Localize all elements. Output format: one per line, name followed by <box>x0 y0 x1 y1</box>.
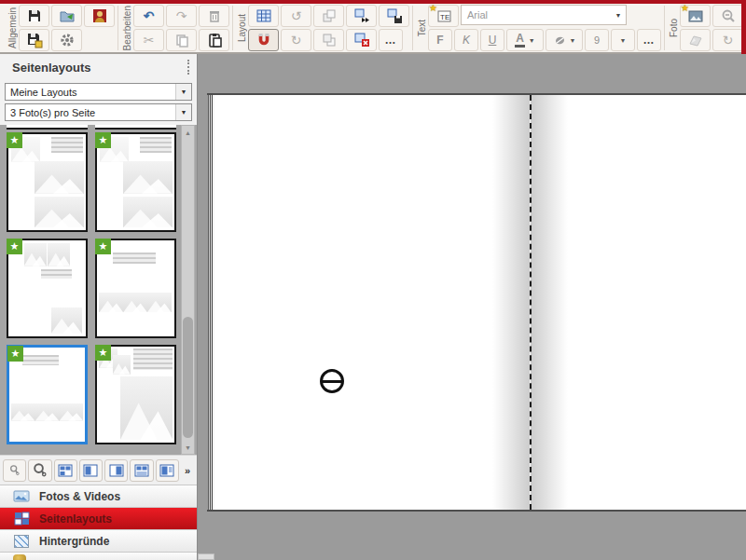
remove-layout-button[interactable] <box>346 29 377 51</box>
window-accent-bar <box>0 0 746 4</box>
save-as-button[interactable] <box>19 29 49 51</box>
photos-icon <box>13 488 30 504</box>
magnifier-minus-icon <box>720 7 737 24</box>
underline-button[interactable]: U <box>480 29 504 51</box>
panel-grip-handle[interactable] <box>187 60 189 75</box>
page-spread[interactable] <box>207 93 746 512</box>
bold-button[interactable]: F <box>428 29 452 51</box>
chevron-down-icon: ▼ <box>175 104 191 120</box>
photos-per-page-select[interactable]: 3 Foto(s) pro Seite ▼ <box>5 103 192 121</box>
add-text-button[interactable]: ★ TE <box>428 5 459 27</box>
group-label-text: Text <box>417 20 427 36</box>
layout-delete-icon <box>353 32 370 48</box>
add-photo-button[interactable]: ★ <box>680 5 711 27</box>
font-family-select[interactable]: Arial ▼ <box>461 5 627 25</box>
apply-layout-next-button[interactable] <box>346 5 377 27</box>
font-color-button[interactable]: A ▼ <box>506 29 544 51</box>
scrollbar-thumb[interactable] <box>183 317 193 438</box>
italic-button[interactable]: K <box>454 29 478 51</box>
nav-item-fotos-videos[interactable]: Fotos & Videos <box>0 485 197 507</box>
layout-more-button[interactable]: … <box>379 29 403 51</box>
layout-thumbnail[interactable]: ★ <box>95 132 176 232</box>
bring-forward-icon <box>321 7 338 24</box>
tilt-photo-icon <box>687 32 704 48</box>
filter-layout-type-1-button[interactable] <box>54 459 77 482</box>
zoom-out-photo-button[interactable] <box>712 5 743 27</box>
text-more-button[interactable]: … <box>637 29 661 51</box>
rotate-cw-icon: ↻ <box>723 34 734 47</box>
filter-layout-type-2-button[interactable] <box>79 459 103 482</box>
page-stack-edge <box>207 95 214 510</box>
bring-forward-button[interactable] <box>313 5 344 27</box>
account-button[interactable] <box>84 5 115 27</box>
image-placeholder <box>24 243 47 266</box>
undo-button[interactable]: ↶ <box>133 5 164 27</box>
font-size-value[interactable]: 9 <box>585 29 609 51</box>
layout-type-4-icon <box>134 464 149 477</box>
book-canvas[interactable] <box>198 54 746 560</box>
layout-row: ★★ <box>7 345 176 444</box>
layout-row: ★★ <box>7 239 176 338</box>
nav-item-seitenlayouts[interactable]: Seitenlayouts <box>0 507 197 529</box>
favorite-star-badge: ★ <box>7 132 22 148</box>
filter-layout-type-4-button[interactable] <box>130 459 153 482</box>
redo-button[interactable]: ↷ <box>166 5 197 27</box>
large-thumbnails-button[interactable] <box>28 459 51 482</box>
send-backward-button[interactable] <box>313 29 344 51</box>
rotate-ccw-button[interactable]: ↺ <box>281 5 311 27</box>
cut-button[interactable]: ✂ <box>133 29 164 51</box>
image-placeholder <box>48 243 70 266</box>
photo-icon <box>687 7 704 24</box>
save-layout-button[interactable] <box>379 5 409 27</box>
layouts-scrollbar[interactable]: ▲ ▼ <box>181 125 195 455</box>
text-placeholder <box>113 253 156 263</box>
gear-icon <box>59 32 76 48</box>
favorite-star-badge: ★ <box>7 346 23 362</box>
save-button[interactable] <box>19 5 49 27</box>
grid-button[interactable] <box>248 5 279 27</box>
nav-item-hintergruende[interactable]: Hintergründe <box>0 529 197 552</box>
text-fill-button[interactable]: ▼ <box>546 29 583 51</box>
layout-thumbnail[interactable]: ★ <box>7 345 88 444</box>
image-placeholder <box>123 197 172 227</box>
text-placeholder <box>41 269 72 279</box>
nav-item-partial[interactable] <box>0 552 197 560</box>
image-placeholder <box>11 403 35 421</box>
cliparts-icon <box>13 554 26 560</box>
magnet-icon <box>256 32 272 48</box>
text-frame-icon: TE <box>435 7 452 24</box>
copy-button[interactable] <box>166 29 197 51</box>
small-thumbnails-button[interactable] <box>3 459 26 482</box>
redo-icon: ↷ <box>176 9 187 22</box>
toolbar-group-layout: Layout ↺ ↻ <box>233 6 413 50</box>
font-size-dropdown-button[interactable]: ▼ <box>611 29 635 51</box>
left-page[interactable] <box>214 95 530 510</box>
layout-thumbnail[interactable]: ★ <box>7 239 88 338</box>
layout-category-select[interactable]: Meine Layouts ▼ <box>5 83 192 101</box>
rotate-photo-button[interactable]: ↻ <box>712 29 743 51</box>
delete-button[interactable] <box>199 5 229 27</box>
filter-layout-type-5-button[interactable] <box>156 459 179 482</box>
layout-thumbnail[interactable]: ★ <box>95 345 176 444</box>
save-as-icon <box>26 32 43 48</box>
grid-icon <box>256 7 272 24</box>
snap-magnet-button[interactable] <box>248 29 279 51</box>
main-toolbar: Allgemein <box>0 4 746 54</box>
text-placeholder <box>22 355 60 365</box>
settings-button[interactable] <box>51 29 82 51</box>
perspective-button[interactable] <box>680 29 711 51</box>
layout-thumbnail[interactable]: ★ <box>95 239 176 338</box>
scroll-up-arrow-icon[interactable]: ▲ <box>182 126 194 139</box>
filter-layout-type-3-button[interactable] <box>104 459 128 482</box>
nav-label: Seitenlayouts <box>39 512 112 526</box>
open-button[interactable] <box>51 5 82 27</box>
layout-thumbnail[interactable]: ★ <box>7 132 88 232</box>
image-placeholder <box>123 161 172 194</box>
filter-overflow-button[interactable]: » <box>181 463 194 478</box>
paste-button[interactable] <box>199 29 229 51</box>
favorite-star-badge: ★ <box>7 239 22 254</box>
scroll-down-arrow-icon[interactable]: ▼ <box>182 441 194 454</box>
magnifier-small-icon <box>7 463 21 477</box>
rotate-cw-button[interactable]: ↻ <box>281 29 311 51</box>
window-accent-bar-right <box>741 0 746 54</box>
